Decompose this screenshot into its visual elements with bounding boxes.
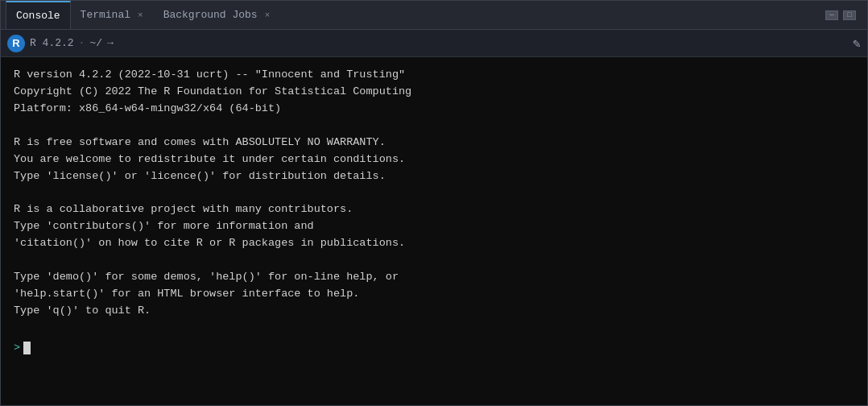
tab-terminal-close[interactable]: × xyxy=(138,10,143,20)
tab-terminal-label: Terminal xyxy=(81,9,130,21)
maximize-icon: □ xyxy=(847,11,851,19)
console-line xyxy=(14,252,854,269)
console-line xyxy=(14,118,854,135)
console-line: R is a collaborative project with many c… xyxy=(14,201,854,218)
r-logo-label: R xyxy=(12,37,19,49)
console-cursor xyxy=(23,342,31,354)
console-line: Copyright (C) 2022 The R Foundation for … xyxy=(14,84,854,101)
console-line: Type 'license()' or 'licence()' for dist… xyxy=(14,168,854,185)
console-prompt: > xyxy=(14,340,20,357)
minimize-icon: — xyxy=(829,11,833,19)
console-line: R version 4.2.2 (2022-10-31 ucrt) -- "In… xyxy=(14,67,854,84)
tab-console[interactable]: Console xyxy=(6,1,71,29)
r-logo-icon[interactable]: R xyxy=(7,35,25,52)
tab-console-label: Console xyxy=(16,10,60,22)
maximize-button[interactable]: □ xyxy=(843,10,856,20)
tab-background-jobs-close[interactable]: × xyxy=(265,10,271,20)
edit-icon[interactable]: ✎ xyxy=(853,35,861,52)
toolbar-separator: · xyxy=(79,37,85,49)
console-line: Type 'q()' to quit R. xyxy=(14,303,854,320)
console-line: R is free software and comes with ABSOLU… xyxy=(14,135,854,151)
main-window: Console Terminal × Background Jobs × — □… xyxy=(0,0,868,406)
tab-bar: Console Terminal × Background Jobs × — □ xyxy=(1,1,867,30)
tab-terminal[interactable]: Terminal × xyxy=(71,1,154,29)
toolbar-left: R R 4.2.2 · ~/ → xyxy=(7,35,114,52)
navigate-directory-icon[interactable]: → xyxy=(107,37,114,49)
console-toolbar: R R 4.2.2 · ~/ → ✎ xyxy=(1,30,867,57)
minimize-button[interactable]: — xyxy=(825,10,838,20)
console-line: Type 'contributors()' for more informati… xyxy=(14,218,854,235)
console-prompt-line[interactable]: > xyxy=(14,340,854,357)
console-line: You are welcome to redistribute it under… xyxy=(14,151,854,168)
tab-background-jobs-label: Background Jobs xyxy=(163,9,258,21)
console-line: 'help.start()' for an HTML browser inter… xyxy=(14,286,854,303)
console-line xyxy=(14,184,854,201)
console-line: 'citation()' on how to cite R or R packa… xyxy=(14,235,854,252)
tab-background-jobs[interactable]: Background Jobs × xyxy=(154,1,281,29)
console-line: Type 'demo()' for some demos, 'help()' f… xyxy=(14,269,854,286)
r-version-label: R 4.2.2 xyxy=(30,37,74,49)
tabs-container: Console Terminal × Background Jobs × xyxy=(6,1,280,29)
console-line xyxy=(14,320,854,337)
window-controls: — □ xyxy=(825,10,862,20)
console-line: Platform: x86_64-w64-mingw32/x64 (64-bit… xyxy=(14,101,854,118)
toolbar-right: ✎ xyxy=(853,35,861,52)
console-output[interactable]: R version 4.2.2 (2022-10-31 ucrt) -- "In… xyxy=(1,57,867,405)
working-directory-label: ~/ xyxy=(89,37,102,49)
